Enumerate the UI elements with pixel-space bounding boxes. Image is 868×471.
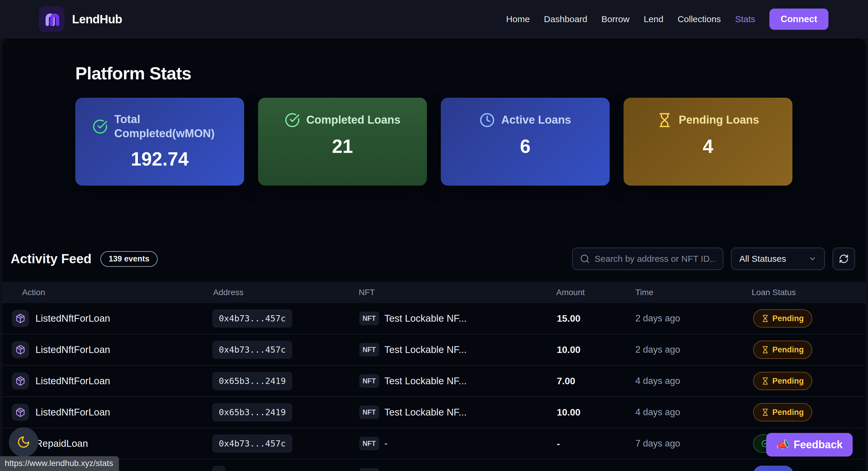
moon-icon (17, 435, 30, 449)
nav-link-home[interactable]: Home (506, 14, 530, 24)
table-body: ListedNftForLoan0x4b73...457cNFTTest Loc… (2, 303, 866, 471)
table-header: ActionAddressNFTAmountTimeLoan Status (2, 282, 866, 303)
stat-card: Completed Loans21 (258, 98, 427, 186)
action-label: ListedNftForLoan (35, 407, 110, 418)
column-header: Amount (554, 288, 633, 297)
time-ago: 2 days ago (633, 313, 680, 324)
clock-icon (479, 113, 495, 128)
nft-name: Test Lockable NF... (384, 375, 467, 386)
nav-link-dashboard[interactable]: Dashboard (544, 14, 587, 24)
stat-card-value: 21 (270, 135, 415, 157)
loan-status-badge: Pending (753, 372, 812, 390)
loan-status-label: Pending (772, 377, 804, 386)
nft-name: Test Lockable NF... (384, 313, 467, 324)
loan-status-label: Pending (772, 314, 804, 323)
refresh-icon (839, 254, 849, 264)
address-chip: 0x65b3...2419 (212, 403, 292, 421)
chevron-down-icon (808, 255, 817, 263)
nft-name: Test Lockable NF... (384, 407, 467, 418)
search-icon (580, 254, 590, 264)
table-row[interactable]: ListedNftForLoan0x65b3...2419NFTTest Loc… (2, 366, 866, 397)
stat-card-value: 192.74 (87, 148, 232, 170)
action-label: ListedNftForLoan (35, 375, 110, 386)
address-chip (212, 466, 225, 471)
time-ago: 2 days ago (633, 344, 680, 355)
feedback-label: Feedback (794, 439, 843, 451)
stat-card-label: Active Loans (501, 113, 571, 127)
address-chip: 0x65b3...2419 (212, 372, 292, 390)
check-circle-icon (92, 119, 108, 134)
nav-link-stats[interactable]: Stats (735, 14, 755, 24)
megaphone-icon: 📣 (776, 439, 789, 451)
loan-status-badge: Pending (753, 341, 812, 359)
refresh-button[interactable] (833, 248, 855, 270)
table-row[interactable]: ListedNftForLoan0x4b73...457cNFTTest Loc… (2, 303, 866, 334)
column-header: Address (211, 288, 356, 297)
stat-card: Active Loans6 (441, 98, 610, 186)
nft-name: - (384, 438, 388, 449)
nft-badge: NFT (359, 437, 379, 450)
stat-card-label: Pending Loans (679, 113, 759, 127)
status-filter-select[interactable]: All Statuses (731, 248, 825, 270)
feedback-button[interactable]: 📣 Feedback (766, 433, 852, 457)
column-header: Time (633, 288, 749, 297)
amount-value: 10.00 (554, 407, 581, 418)
platform-stats-section: Platform Stats Total Completed(wMON)192.… (2, 38, 866, 234)
amount-value: 15.00 (554, 313, 581, 324)
hourglass-icon (657, 113, 672, 128)
nav-link-lend[interactable]: Lend (644, 14, 663, 24)
stat-card-value: 4 (636, 135, 781, 157)
amount-value: - (554, 438, 560, 449)
action-label: ListedNftForLoan (35, 344, 110, 355)
activity-feed-section: Activity Feed 139 events All Statuses (2, 248, 866, 471)
brand-name: LendHub (72, 13, 122, 26)
nft-badge: NFT (359, 406, 379, 419)
nft-badge: NFT (359, 312, 379, 325)
time-ago: 4 days ago (633, 407, 680, 417)
nav-link-borrow[interactable]: Borrow (601, 14, 629, 24)
package-icon (12, 372, 29, 389)
action-label: RepaidLoan (35, 438, 88, 449)
lendhub-logo-icon (39, 6, 64, 32)
nft-badge: NFT (359, 374, 379, 388)
stat-card: Pending Loans4 (624, 98, 793, 186)
table-row[interactable]: ListedNftForLoan0x65b3...2419NFTTest Loc… (2, 397, 866, 428)
hourglass-icon (762, 346, 769, 353)
package-icon (12, 310, 29, 327)
navbar: LendHub HomeDashboardBorrowLendCollectio… (0, 0, 868, 38)
events-count-badge: 139 events (100, 251, 158, 267)
dark-mode-toggle[interactable] (9, 427, 38, 457)
time-ago: 4 days ago (633, 376, 680, 386)
nav-menu: HomeDashboardBorrowLendCollectionsStats … (506, 8, 829, 30)
amount-value: 7.00 (554, 376, 575, 386)
hourglass-icon (762, 408, 769, 416)
amount-value: 10.00 (554, 344, 581, 355)
status-bar-url: https://www.lendhub.xyz/stats (0, 456, 119, 471)
brand[interactable]: LendHub (39, 6, 122, 32)
table-row[interactable]: ListedNftForLoan0x4b73...457cNFTTest Loc… (2, 334, 866, 366)
stat-card-value: 6 (453, 135, 598, 157)
nft-name: Test Lockable NF... (384, 344, 467, 355)
stats-cards: Total Completed(wMON)192.74Completed Loa… (75, 98, 793, 186)
time-ago: 7 days ago (633, 438, 680, 449)
hourglass-icon (762, 315, 769, 322)
stat-card: Total Completed(wMON)192.74 (75, 98, 244, 186)
connect-wallet-button[interactable]: Connect (769, 8, 829, 30)
table-row[interactable]: NFTActive (2, 460, 866, 471)
main-panel: Platform Stats Total Completed(wMON)192.… (2, 38, 866, 471)
search-input[interactable] (595, 254, 716, 264)
column-header: Action (12, 288, 211, 297)
nft-badge: NFT (359, 343, 379, 356)
stat-card-label: Total Completed(wMON) (114, 113, 218, 140)
loan-status-badge: Pending (753, 309, 812, 327)
loan-status-badge: Active (753, 466, 794, 471)
loan-status-badge: Pending (753, 403, 812, 421)
loan-status-label: Pending (772, 408, 804, 417)
nav-link-collections[interactable]: Collections (678, 14, 721, 24)
column-header: NFT (356, 288, 554, 297)
table-row[interactable]: RepaidLoan0x4b73...457cNFT--7 days agoCo… (2, 428, 866, 460)
column-header: Loan Status (749, 288, 866, 297)
check-circle-icon (285, 113, 300, 128)
stat-card-label: Completed Loans (306, 113, 401, 127)
lendhub-stats-page: LendHub HomeDashboardBorrowLendCollectio… (0, 0, 868, 471)
